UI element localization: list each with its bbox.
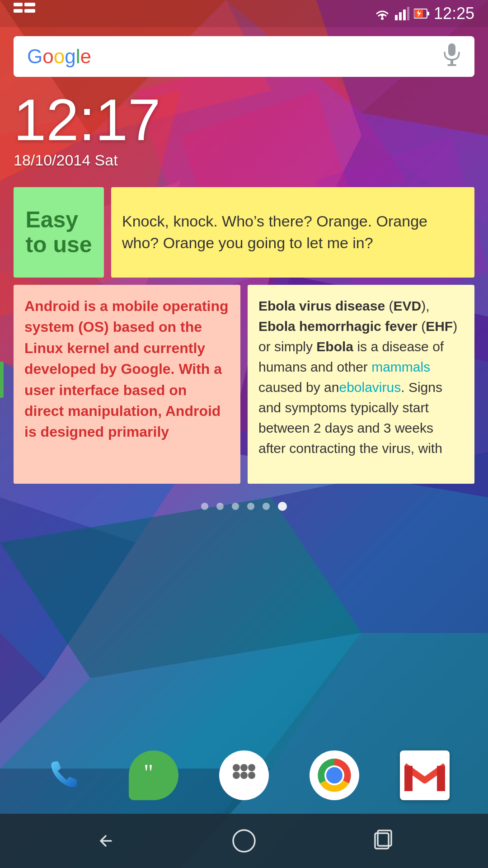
svg-point-39: [233, 764, 240, 771]
note-knock-knock[interactable]: Knock, knock. Who’s there? Orange. Orang…: [111, 187, 474, 278]
google-logo: Google: [27, 45, 91, 68]
app-drawer-icon[interactable]: [219, 750, 269, 800]
svg-rect-31: [407, 7, 409, 20]
svg-point-54: [233, 830, 255, 852]
navigation-bar: [0, 814, 488, 868]
svg-rect-35: [448, 43, 455, 56]
clock-date: 18/10/2014 Sat: [14, 151, 474, 169]
svg-point-41: [248, 764, 255, 771]
status-icons: 12:25: [374, 4, 474, 23]
page-dot-5[interactable]: [263, 503, 270, 510]
svg-rect-26: [24, 9, 35, 13]
note-yellow-1-text: Knock, knock. Who’s there? Orange. Orang…: [122, 211, 464, 254]
ebolavirus-link[interactable]: ebolavirus: [339, 380, 401, 395]
svg-rect-36: [450, 60, 453, 64]
note-pink-text: Android is a mobile operating system (OS…: [24, 296, 230, 443]
page-dot-2[interactable]: [216, 503, 224, 510]
page-dot-3[interactable]: [232, 503, 239, 510]
chrome-app-icon[interactable]: [310, 750, 359, 800]
svg-rect-29: [399, 12, 402, 20]
left-edge-indicator: [0, 362, 4, 398]
status-time: 12:25: [434, 4, 474, 23]
note-android[interactable]: Android is a mobile operating system (OS…: [14, 285, 240, 484]
svg-point-49: [326, 767, 343, 783]
gmail-icon-bg: [400, 750, 450, 800]
phone-app-icon[interactable]: [38, 750, 88, 800]
svg-point-44: [248, 772, 255, 779]
note-easy-to-use[interactable]: Easyto use: [14, 187, 104, 278]
dock: ": [0, 741, 488, 809]
search-bar[interactable]: Google: [14, 36, 474, 77]
wifi-icon: [374, 7, 390, 20]
microphone-icon[interactable]: [443, 43, 461, 70]
page-dot-1[interactable]: [201, 503, 208, 510]
svg-rect-28: [395, 15, 398, 20]
page-dot-4[interactable]: [247, 503, 254, 510]
svg-point-27: [381, 17, 384, 20]
svg-rect-53: [437, 766, 445, 791]
notes-row-2: Android is a mobile operating system (OS…: [14, 285, 474, 484]
svg-rect-25: [24, 3, 35, 6]
svg-rect-30: [403, 9, 406, 20]
note-green-text: Easyto use: [25, 208, 92, 257]
svg-rect-23: [14, 3, 23, 6]
note-yellow-2-text: Ebola virus disease (EVD), Ebola hemorrh…: [258, 296, 464, 458]
svg-point-42: [233, 772, 240, 779]
svg-point-43: [240, 772, 248, 779]
svg-rect-24: [14, 9, 23, 13]
page-indicators: [0, 502, 488, 511]
page-dot-6[interactable]: [278, 502, 287, 511]
launcher-icon: [14, 3, 35, 24]
hangouts-app-icon[interactable]: ": [129, 750, 178, 800]
battery-icon: [414, 8, 429, 19]
status-bar: 12:25: [0, 0, 488, 27]
svg-rect-37: [447, 64, 456, 66]
clock-widget: 12:17 18/10/2014 Sat: [14, 90, 474, 169]
note-ebola[interactable]: Ebola virus disease (EVD), Ebola hemorrh…: [248, 285, 474, 484]
recents-button[interactable]: [371, 830, 394, 852]
svg-rect-52: [404, 766, 413, 791]
back-button[interactable]: [94, 830, 117, 852]
svg-rect-33: [427, 12, 429, 15]
mammals-link[interactable]: mammals: [371, 359, 430, 374]
signal-icon: [395, 7, 409, 20]
clock-time: 12:17: [14, 90, 474, 149]
app-drawer-button: [219, 750, 269, 800]
hangouts-bubble: ": [129, 750, 178, 800]
svg-point-40: [240, 764, 248, 771]
notes-row-1: Easyto use Knock, knock. Who’s there? Or…: [14, 187, 474, 278]
home-button[interactable]: [232, 829, 256, 853]
svg-text:": ": [144, 762, 153, 786]
gmail-app-icon[interactable]: [400, 750, 450, 800]
